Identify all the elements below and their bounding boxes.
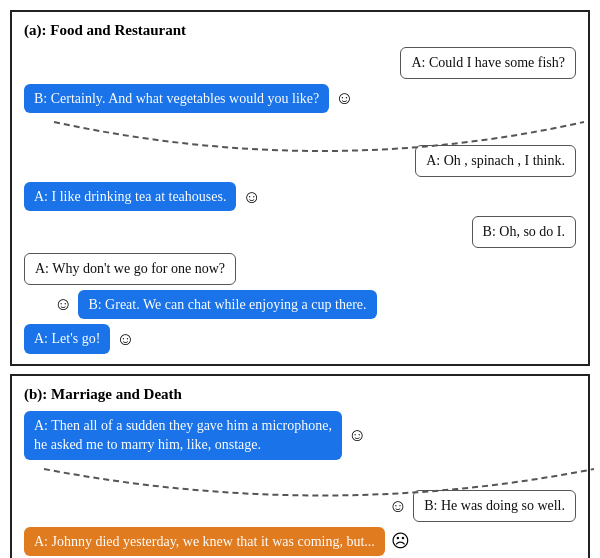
bubble-a2: B: Certainly. And what vegetables would … xyxy=(24,84,329,114)
bubble-a5: B: Oh, so do I. xyxy=(472,216,576,248)
dashed-connector-2 xyxy=(24,467,576,501)
section-a: (a): Food and Restaurant A: Could I have… xyxy=(10,10,590,366)
dialog-row-b3: A: Johnny died yesterday, we knew that i… xyxy=(24,527,576,557)
section-b-title: (b): Marriage and Death xyxy=(24,386,576,403)
dialog-row-a7: ☺ B: Great. We can chat while enjoying a… xyxy=(24,290,576,320)
dashed-connector-1 xyxy=(24,120,576,158)
emoji-a4: ☺ xyxy=(242,188,260,206)
bubble-a1: A: Could I have some fish? xyxy=(400,47,576,79)
emoji-a2: ☺ xyxy=(335,89,353,107)
emoji-a7: ☺ xyxy=(54,295,72,313)
section-a-dialog: A: Could I have some fish? B: Certainly.… xyxy=(24,47,576,354)
bubble-a4: A: I like drinking tea at teahouses. xyxy=(24,182,236,212)
bubble-a8: A: Let's go! xyxy=(24,324,110,354)
dialog-row-a1: A: Could I have some fish? xyxy=(24,47,576,79)
dialog-row-a5: B: Oh, so do I. xyxy=(24,216,576,248)
emoji-b1: ☺ xyxy=(348,426,366,444)
dialog-row-a6: A: Why don't we go for one now? xyxy=(24,253,576,285)
bubble-a6: A: Why don't we go for one now? xyxy=(24,253,236,285)
dialog-row-a4: A: I like drinking tea at teahouses. ☺ xyxy=(24,182,576,212)
section-b-dialog: A: Then all of a sudden they gave him a … xyxy=(24,411,576,558)
dialog-row-b1: A: Then all of a sudden they gave him a … xyxy=(24,411,576,460)
emoji-a8: ☺ xyxy=(116,330,134,348)
section-a-title: (a): Food and Restaurant xyxy=(24,22,576,39)
emoji-b3: ☹ xyxy=(391,532,410,550)
bubble-b3: A: Johnny died yesterday, we knew that i… xyxy=(24,527,385,557)
dialog-row-a2: B: Certainly. And what vegetables would … xyxy=(24,84,576,114)
bubble-b1: A: Then all of a sudden they gave him a … xyxy=(24,411,342,460)
section-b: (b): Marriage and Death A: Then all of a… xyxy=(10,374,590,558)
dialog-row-a8: A: Let's go! ☺ xyxy=(24,324,576,354)
bubble-a7: B: Great. We can chat while enjoying a c… xyxy=(78,290,376,320)
